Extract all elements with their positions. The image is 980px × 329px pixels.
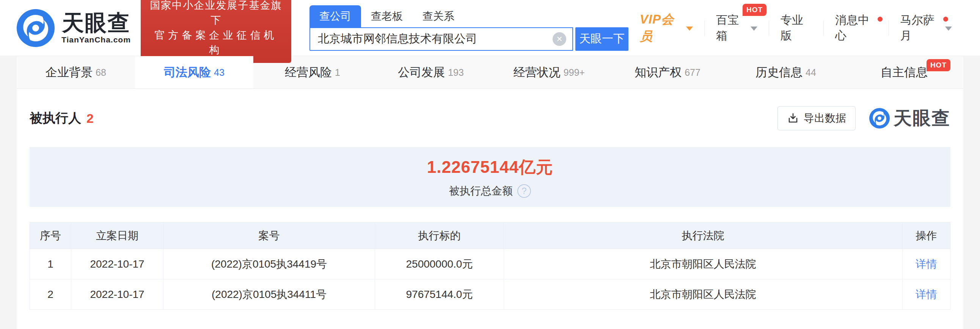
hot-badge: HOT <box>743 4 767 16</box>
nav-message-center[interactable]: 消息中心 <box>823 21 889 36</box>
notification-dot <box>878 17 883 22</box>
search-area: 查公司 查老板 查关系 ✕ 天眼一下 <box>309 5 628 51</box>
tianyancha-eye-icon <box>869 108 890 129</box>
cell-execution-target: 97675144.0元 <box>375 279 504 310</box>
download-icon <box>787 112 799 124</box>
tab-operating-status[interactable]: 经营状况 999+ <box>490 56 608 88</box>
watermark-text: 天眼查 <box>894 106 950 130</box>
search-input[interactable] <box>310 33 552 46</box>
table-row: 2 2022-10-17 (2022)京0105执34411号 97675144… <box>30 279 950 310</box>
hot-badge: HOT <box>926 59 950 71</box>
tianyancha-eye-icon <box>17 9 55 47</box>
pro-label: 专业版 <box>781 13 812 44</box>
cell-case-number: (2022)京0105执34411号 <box>163 279 375 310</box>
messages-label: 消息中心 <box>835 13 877 44</box>
cell-index: 1 <box>30 249 71 279</box>
notification-dot <box>943 17 948 22</box>
chevron-down-icon <box>945 27 952 31</box>
search-tab-company[interactable]: 查公司 <box>309 5 361 27</box>
cell-index: 2 <box>30 279 71 310</box>
table-row: 1 2022-10-17 (2022)京0105执34419号 25000000… <box>30 249 950 279</box>
detail-link[interactable]: 详情 <box>916 258 937 270</box>
tab-company-background[interactable]: 企业背景 68 <box>17 56 135 88</box>
table-header-row: 序号 立案日期 案号 执行标的 执行法院 操作 <box>30 223 950 249</box>
total-execution-amount: 1.22675144亿元 <box>427 156 553 178</box>
col-header-case-number: 案号 <box>163 223 375 249</box>
tab-company-development[interactable]: 公司发展 193 <box>372 56 490 88</box>
cell-filing-date: 2022-10-17 <box>71 249 164 279</box>
search-button[interactable]: 天眼一下 <box>575 27 628 51</box>
help-icon[interactable]: ? <box>517 184 531 198</box>
judicial-risk-content: 被执行人 2 导出数据 天眼查 <box>17 89 963 329</box>
chevron-down-icon <box>686 27 693 31</box>
logo-title: 天眼查 <box>62 11 130 35</box>
nav-pro-version[interactable]: 专业版 <box>769 21 823 36</box>
detail-link[interactable]: 详情 <box>916 288 937 300</box>
col-header-court: 执行法院 <box>504 223 902 249</box>
cell-case-number: (2022)京0105执34419号 <box>163 249 375 279</box>
export-label: 导出数据 <box>803 111 846 126</box>
export-data-button[interactable]: 导出数据 <box>778 106 856 130</box>
nav-toolbox[interactable]: HOT 百宝箱 <box>704 21 769 36</box>
gov-certification-badge: 国家中小企业发展子基金旗下 官方备案企业征信机构 <box>141 0 291 63</box>
gov-badge-line1: 国家中小企业发展子基金旗下 <box>148 0 284 28</box>
search-tab-boss[interactable]: 查老板 <box>361 5 413 27</box>
col-header-execution-target: 执行标的 <box>375 223 504 249</box>
tab-intellectual-property[interactable]: 知识产权 677 <box>608 56 727 88</box>
gov-badge-line2: 官方备案企业征信机构 <box>148 28 284 57</box>
executed-persons-table: 序号 立案日期 案号 执行标的 执行法院 操作 1 2022-10-17 (20… <box>30 222 950 310</box>
chevron-down-icon <box>751 27 757 31</box>
nav-user-menu[interactable]: 马尔萨月 <box>889 21 963 36</box>
section-count-badge: 2 <box>86 111 94 126</box>
tianyancha-logo[interactable]: 天眼查 TianYanCha.com <box>17 9 131 47</box>
top-navigation: VIP会员 HOT 百宝箱 专业版 消息中心 马尔萨月 <box>628 17 963 40</box>
search-type-tabs: 查公司 查老板 查关系 <box>309 5 628 27</box>
top-header: 天眼查 TianYanCha.com 国家中小企业发展子基金旗下 官方备案企业征… <box>0 0 980 56</box>
tab-history-info[interactable]: 历史信息 44 <box>727 56 845 88</box>
clear-search-icon[interactable]: ✕ <box>552 32 566 46</box>
vip-label: VIP会员 <box>640 11 682 45</box>
col-header-actions: 操作 <box>902 223 950 249</box>
col-header-index: 序号 <box>30 223 71 249</box>
tab-operation-risk[interactable]: 经营风险 1 <box>253 56 372 88</box>
logo-subtitle: TianYanCha.com <box>61 35 131 45</box>
cell-court: 北京市朝阳区人民法院 <box>504 279 902 310</box>
cell-filing-date: 2022-10-17 <box>71 279 164 310</box>
tab-judicial-risk[interactable]: 司法风险 43 <box>135 56 253 88</box>
col-header-filing-date: 立案日期 <box>71 223 164 249</box>
tianyancha-watermark: 天眼查 <box>869 106 950 130</box>
toolbox-label: 百宝箱 <box>716 13 747 44</box>
section-title: 被执行人 <box>30 110 81 127</box>
company-section-tabs: 企业背景 68 司法风险 43 经营风险 1 公司发展 193 经营状况 999… <box>17 56 963 89</box>
cell-execution-target: 25000000.0元 <box>375 249 504 279</box>
username-label: 马尔萨月 <box>900 13 941 44</box>
summary-label: 被执行总金额 <box>449 184 513 198</box>
cell-court: 北京市朝阳区人民法院 <box>504 249 902 279</box>
execution-amount-summary: 1.22675144亿元 被执行总金额 ? <box>30 147 950 207</box>
search-tab-relation[interactable]: 查关系 <box>413 5 464 27</box>
tab-self-published-info[interactable]: 自主信息 HOT <box>845 56 963 88</box>
nav-vip[interactable]: VIP会员 <box>628 21 704 36</box>
search-box: ✕ <box>309 27 573 51</box>
